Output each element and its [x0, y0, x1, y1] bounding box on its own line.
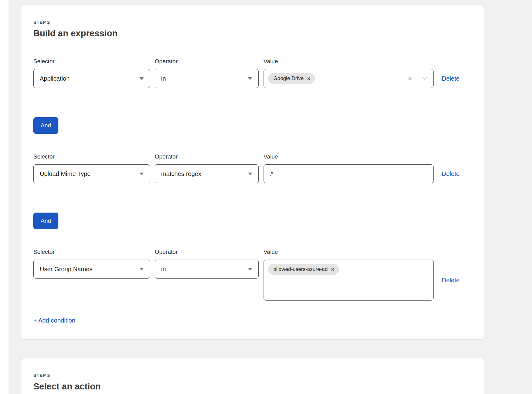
operator-dropdown-value: matches regex — [161, 170, 244, 177]
selector-dropdown[interactable]: User Group Names — [33, 260, 150, 279]
step3-title: Select an action — [33, 381, 471, 392]
and-button[interactable]: And — [33, 117, 58, 134]
operator-dropdown[interactable]: in — [155, 260, 259, 279]
operator-column-header: Operator — [155, 58, 259, 65]
selector-column-header: Selector — [33, 58, 150, 65]
remove-tag-icon[interactable]: ✕ — [307, 77, 310, 81]
caret-down-icon — [139, 173, 144, 175]
value-column-header: Value — [264, 249, 434, 255]
condition-row-2: Selector Operator Value Upload Mime Type… — [33, 153, 471, 183]
operator-dropdown-value: in — [161, 266, 244, 273]
value-tag: allowed-users-azure-ad ✕ — [268, 264, 339, 275]
caret-down-icon — [248, 173, 252, 175]
clear-icon[interactable]: ✕ — [408, 76, 412, 82]
delete-condition-link[interactable]: Delete — [442, 277, 460, 284]
value-tag-label: Google Drive — [273, 75, 304, 82]
step2-label: STEP 2 — [33, 20, 471, 25]
add-condition-link[interactable]: + Add condition — [33, 317, 75, 324]
condition-row-3: Selector Operator Value User Group Names… — [33, 249, 471, 301]
value-column-header: Value — [264, 153, 434, 160]
selector-dropdown[interactable]: Application — [33, 69, 150, 88]
condition-row-3-headers: Selector Operator Value — [33, 249, 471, 255]
operator-column-header: Operator — [155, 249, 259, 255]
operator-dropdown-value: in — [161, 75, 244, 82]
caret-down-icon — [248, 268, 252, 271]
chevron-down-icon[interactable] — [422, 75, 428, 82]
condition-row-1: Selector Operator Value Application in G… — [33, 58, 471, 88]
step2-card: STEP 2 Build an expression Selector Oper… — [21, 5, 484, 340]
value-column-header: Value — [264, 58, 434, 65]
step3-card: STEP 3 Select an action — [21, 358, 484, 394]
condition-row-2-headers: Selector Operator Value — [33, 153, 471, 160]
value-tag: Google Drive ✕ — [268, 73, 315, 84]
delete-condition-link[interactable]: Delete — [442, 75, 460, 82]
remove-tag-icon[interactable]: ✕ — [331, 268, 334, 272]
step2-title: Build an expression — [33, 28, 471, 38]
value-text-input[interactable] — [264, 164, 434, 183]
caret-down-icon — [248, 77, 252, 80]
caret-down-icon — [139, 268, 144, 271]
condition-row-1-headers: Selector Operator Value — [33, 58, 471, 65]
delete-condition-link[interactable]: Delete — [442, 170, 460, 177]
selector-dropdown[interactable]: Upload Mime Type — [33, 164, 150, 183]
selector-dropdown-value: Application — [40, 75, 136, 82]
selector-dropdown-value: User Group Names — [40, 266, 136, 273]
and-button[interactable]: And — [33, 213, 58, 229]
value-multiselect[interactable]: Google Drive ✕ ✕ — [264, 69, 434, 88]
operator-dropdown[interactable]: matches regex — [155, 164, 259, 183]
page-left-gutter — [0, 0, 9, 394]
caret-down-icon — [139, 77, 144, 80]
selector-dropdown-value: Upload Mime Type — [40, 170, 136, 177]
value-tag-label: allowed-users-azure-ad — [273, 266, 328, 272]
selector-column-header: Selector — [33, 249, 150, 255]
value-multiselect[interactable]: allowed-users-azure-ad ✕ — [264, 260, 434, 301]
selector-column-header: Selector — [33, 153, 150, 160]
step3-label: STEP 3 — [33, 373, 471, 378]
operator-dropdown[interactable]: in — [155, 69, 259, 88]
operator-column-header: Operator — [155, 153, 259, 160]
